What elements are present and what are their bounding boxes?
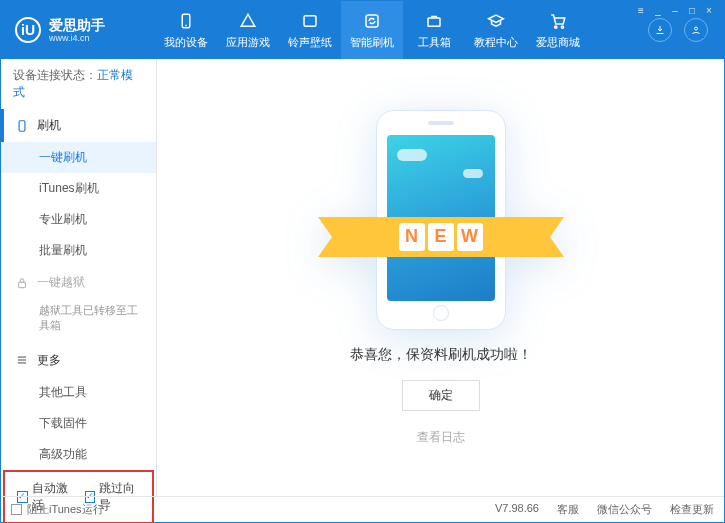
wallpaper-icon [300,11,320,31]
nav-store[interactable]: 爱思商城 [527,1,589,59]
nav-label: 应用游戏 [226,35,270,50]
phone-icon [176,11,196,31]
svg-point-7 [695,27,698,30]
checkbox-icon [11,504,22,515]
app-store-icon [238,11,258,31]
sidebar-section-jailbreak: 一键越狱 [1,266,156,299]
nav-smart-flash[interactable]: 智能刷机 [341,1,403,59]
wechat-link[interactable]: 微信公众号 [597,502,652,517]
nav-label: 教程中心 [474,35,518,50]
view-log-link[interactable]: 查看日志 [417,429,465,446]
cart-icon [548,11,568,31]
sidebar: 设备连接状态：正常模式 刷机 一键刷机 iTunes刷机 专业刷机 批量刷机 一… [1,59,157,496]
sidebar-item-itunes-flash[interactable]: iTunes刷机 [1,173,156,204]
svg-rect-9 [19,282,26,287]
graduation-icon [486,11,506,31]
body: 设备连接状态：正常模式 刷机 一键刷机 iTunes刷机 专业刷机 批量刷机 一… [1,59,724,496]
svg-point-6 [561,25,563,27]
banner-letter: N [399,223,425,251]
svg-rect-2 [304,15,316,26]
new-banner: N E W [307,211,575,263]
support-link[interactable]: 客服 [557,502,579,517]
sidebar-section-flash[interactable]: 刷机 [1,109,156,142]
ok-button[interactable]: 确定 [402,380,480,411]
account-button[interactable] [684,18,708,42]
header-actions [648,18,708,42]
app-window: ≡ ⎯ – □ × iU 爱思助手 www.i4.cn 我的设备 应用游戏 [0,0,725,523]
check-update-link[interactable]: 检查更新 [670,502,714,517]
svg-rect-3 [366,15,378,27]
sidebar-item-oneclick-flash[interactable]: 一键刷机 [1,142,156,173]
app-logo: iU 爱思助手 www.i4.cn [15,17,155,43]
nav-my-device[interactable]: 我的设备 [155,1,217,59]
success-message: 恭喜您，保资料刷机成功啦！ [350,346,532,364]
pin-icon[interactable]: ⎯ [651,4,665,16]
nav-apps-games[interactable]: 应用游戏 [217,1,279,59]
title-bar: ≡ ⎯ – □ × iU 爱思助手 www.i4.cn 我的设备 应用游戏 [1,1,724,59]
svg-rect-4 [428,18,440,26]
sidebar-item-advanced[interactable]: 高级功能 [1,439,156,470]
checkbox-block-itunes[interactable]: 阻止iTunes运行 [11,502,104,517]
sync-icon [362,11,382,31]
connection-status: 设备连接状态：正常模式 [1,59,156,109]
sidebar-item-batch-flash[interactable]: 批量刷机 [1,235,156,266]
phone-illustration: N E W [376,110,506,330]
list-icon [15,353,29,367]
status-bar: 阻止iTunes运行 V7.98.66 客服 微信公众号 检查更新 [1,496,724,522]
banner-letter: W [457,223,483,251]
svg-point-5 [555,25,557,27]
toolbox-icon [424,11,444,31]
nav-toolbox[interactable]: 工具箱 [403,1,465,59]
app-title: 爱思助手 [49,17,105,33]
main-content: N E W 恭喜您，保资料刷机成功啦！ 确定 查看日志 [157,59,724,496]
nav-label: 智能刷机 [350,35,394,50]
section-title: 一键越狱 [37,274,85,291]
download-button[interactable] [648,18,672,42]
lock-icon [15,276,29,290]
nav-tutorials[interactable]: 教程中心 [465,1,527,59]
section-title: 刷机 [37,117,61,134]
window-controls: ≡ ⎯ – □ × [634,4,716,16]
sidebar-item-pro-flash[interactable]: 专业刷机 [1,204,156,235]
sidebar-item-other-tools[interactable]: 其他工具 [1,377,156,408]
menu-icon[interactable]: ≡ [634,4,648,16]
minimize-icon[interactable]: – [668,4,682,16]
maximize-icon[interactable]: □ [685,4,699,16]
logo-icon: iU [15,17,41,43]
nav-label: 我的设备 [164,35,208,50]
jailbreak-note: 越狱工具已转移至工具箱 [1,299,156,344]
sidebar-section-more[interactable]: 更多 [1,344,156,377]
nav-label: 工具箱 [418,35,451,50]
flash-icon [15,119,29,133]
nav-label: 铃声壁纸 [288,35,332,50]
version-label: V7.98.66 [495,502,539,517]
nav-label: 爱思商城 [536,35,580,50]
close-icon[interactable]: × [702,4,716,16]
section-title: 更多 [37,352,61,369]
main-nav: 我的设备 应用游戏 铃声壁纸 智能刷机 工具箱 教程中心 [155,1,648,59]
conn-label: 设备连接状态： [13,68,97,82]
nav-ringtones[interactable]: 铃声壁纸 [279,1,341,59]
checkbox-label: 阻止iTunes运行 [27,502,104,517]
banner-letter: E [428,223,454,251]
svg-rect-8 [19,120,25,131]
app-url: www.i4.cn [49,33,105,43]
sidebar-item-download-firmware[interactable]: 下载固件 [1,408,156,439]
